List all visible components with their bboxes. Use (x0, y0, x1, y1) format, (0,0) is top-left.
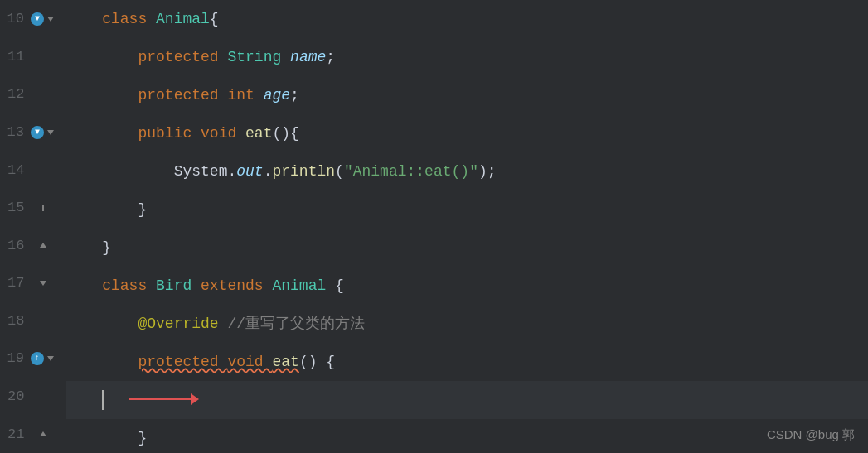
line-number: 18 (0, 313, 32, 329)
svg-marker-5 (47, 356, 54, 361)
code-content: class Animal{ protected String name; pro… (56, 0, 868, 453)
token: class (102, 0, 156, 38)
line-number: 15 (0, 200, 32, 215)
line-number: 10 (0, 11, 31, 27)
token: "Animal::eat()" (344, 152, 478, 190)
token: @Override (138, 305, 227, 343)
token: Animal (156, 0, 210, 38)
token (66, 305, 138, 343)
token: . (227, 152, 236, 190)
code-line-18: @Override //重写了父类的方法 (66, 305, 868, 343)
token (66, 38, 138, 76)
line-number: 11 (0, 49, 32, 65)
gutter-row-11: 11 (0, 38, 56, 76)
token: ; (290, 76, 299, 114)
svg-marker-6 (40, 431, 46, 436)
gutter-row-15: 15 (0, 189, 56, 227)
gutter-icons (32, 202, 56, 214)
token: ( (335, 152, 344, 190)
fold-icon[interactable] (45, 353, 56, 364)
code-line-12: protected int age; (66, 76, 868, 114)
token (66, 267, 102, 305)
token: protected (138, 38, 227, 76)
token: extends (201, 267, 272, 305)
token (66, 0, 102, 38)
code-line-16: } (66, 229, 868, 267)
token: void (201, 114, 245, 152)
token (66, 114, 138, 152)
token: . (264, 152, 273, 190)
token: class (102, 267, 156, 305)
token (66, 152, 174, 190)
line-number-gutter: 10▼111213▼141516171819↑2021 (0, 0, 56, 453)
line-number: 20 (0, 388, 32, 404)
breakpoint-icon[interactable]: ▼ (31, 12, 44, 26)
token (66, 229, 102, 267)
fold-icon[interactable] (37, 239, 49, 251)
gutter-row-18: 18 (0, 302, 56, 340)
token (66, 419, 138, 453)
gutter-icons: ▼ (31, 12, 56, 26)
code-line-10: class Animal{ (66, 0, 868, 38)
svg-marker-0 (47, 17, 54, 22)
token: eat (245, 114, 272, 152)
token: eat (272, 343, 298, 381)
svg-rect-2 (42, 205, 44, 211)
gutter-icons: ▼ (31, 126, 56, 139)
fold-icon[interactable] (45, 13, 56, 25)
token: println (272, 152, 335, 190)
gutter-icons (32, 277, 56, 289)
line-number: 14 (0, 162, 32, 178)
line-number: 19 (0, 350, 31, 366)
gutter-row-17: 17 (0, 264, 56, 302)
line-number: 12 (0, 86, 32, 102)
code-line-14: System.out.println("Animal::eat()"); (66, 152, 868, 190)
line-number: 16 (0, 238, 32, 253)
code-line-19: protected void eat() { (66, 343, 868, 381)
token: ; (326, 38, 335, 76)
gutter-icons (32, 428, 56, 440)
token: () { (299, 343, 335, 381)
token: (){ (272, 114, 298, 152)
svg-marker-1 (47, 130, 54, 135)
fold-icon[interactable] (45, 127, 56, 138)
token: protected (138, 343, 227, 381)
token: Animal (272, 267, 335, 305)
token (66, 381, 102, 419)
token: String (227, 38, 290, 76)
gutter-row-14: 14 (0, 151, 56, 189)
fold-icon[interactable] (37, 202, 49, 214)
token: } (102, 229, 111, 267)
token (66, 76, 138, 114)
gutter-row-16: 16 (0, 226, 56, 264)
token: System (174, 152, 228, 190)
breakpoint-arrow-icon[interactable]: ↑ (31, 352, 44, 365)
gutter-row-12: 12 (0, 75, 56, 113)
token: age (264, 76, 290, 114)
code-line-21: } (66, 419, 868, 453)
code-line-17: class Bird extends Animal { (66, 267, 868, 305)
gutter-row-10: 10▼ (0, 0, 56, 38)
token (66, 190, 138, 229)
token: { (210, 0, 219, 38)
watermark: CSDN @bug 郭 (767, 427, 855, 443)
token: //重写了父类的方法 (227, 305, 365, 343)
fold-icon[interactable] (37, 277, 49, 289)
token: int (227, 76, 263, 114)
code-line-11: protected String name; (66, 38, 868, 76)
gutter-row-21: 21 (0, 415, 56, 453)
token: public (138, 114, 201, 152)
gutter-row-19: 19↑ (0, 340, 56, 378)
code-editor: 10▼111213▼141516171819↑2021 class Animal… (0, 0, 868, 453)
gutter-icons: ↑ (31, 352, 56, 365)
line-number: 17 (0, 275, 32, 291)
line-number: 13 (0, 124, 31, 140)
code-line-15: } (66, 190, 868, 229)
svg-marker-4 (40, 281, 46, 286)
cursor (102, 390, 104, 410)
fold-icon[interactable] (37, 428, 49, 440)
svg-marker-3 (40, 243, 46, 248)
code-line-20 (66, 381, 868, 419)
token: void (227, 343, 272, 381)
breakpoint-icon[interactable]: ▼ (31, 126, 44, 139)
